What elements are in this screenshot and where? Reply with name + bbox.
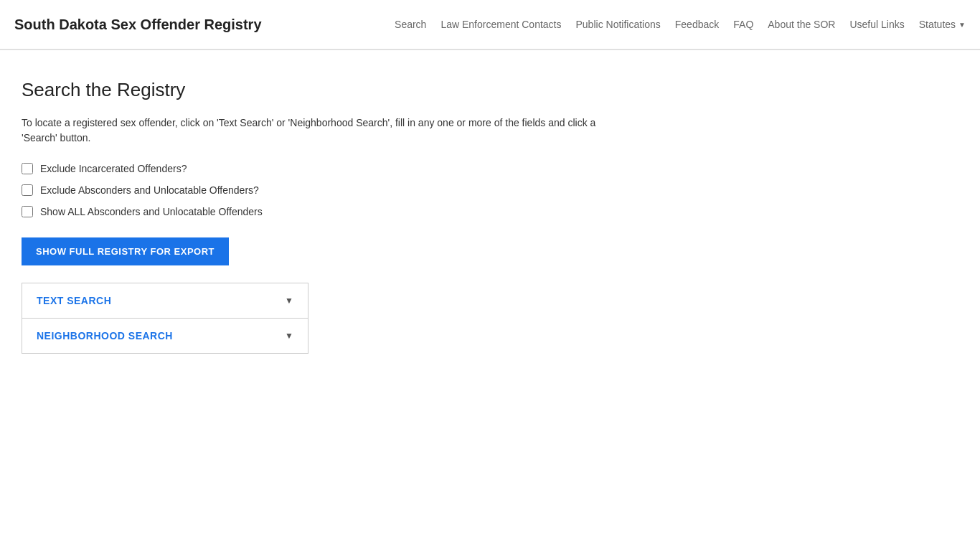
nav-law-enforcement[interactable]: Law Enforcement Contacts [440,19,561,30]
statutes-dropdown-icon: ▼ [958,21,966,29]
nav-useful-links[interactable]: Useful Links [849,19,904,30]
nav-public-notifications[interactable]: Public Notifications [576,19,661,30]
text-search-chevron-icon: ▼ [285,296,293,306]
neighborhood-search-accordion-header[interactable]: NEIGHBORHOOD SEARCH ▼ [22,319,308,353]
checkbox-exclude-incarcerated[interactable] [22,163,33,174]
nav-feedback[interactable]: Feedback [675,19,719,30]
page-title: Search the Registry [22,79,624,101]
nav-statutes-container[interactable]: Statutes ▼ [919,19,966,30]
text-search-accordion-item: TEXT SEARCH ▼ [22,283,308,319]
neighborhood-search-title: NEIGHBORHOOD SEARCH [37,330,173,342]
filter-checkboxes: Exclude Incarcerated Offenders? Exclude … [22,163,624,217]
checkbox-show-all-absconders-text: Show ALL Absconders and Unlocatable Offe… [40,206,263,217]
nav-search[interactable]: Search [395,19,426,30]
checkbox-exclude-absconders-text: Exclude Absconders and Unlocatable Offen… [40,184,259,196]
neighborhood-search-chevron-icon: ▼ [285,331,293,341]
checkbox-exclude-incarcerated-label[interactable]: Exclude Incarcerated Offenders? [22,163,624,174]
nav-statutes[interactable]: Statutes [919,19,956,30]
checkbox-exclude-absconders[interactable] [22,184,33,196]
neighborhood-search-accordion-item: NEIGHBORHOOD SEARCH ▼ [22,319,308,353]
export-button[interactable]: SHOW FULL REGISTRY FOR EXPORT [22,237,229,265]
nav-about-sor[interactable]: About the SOR [768,19,835,30]
text-search-accordion-header[interactable]: TEXT SEARCH ▼ [22,283,308,318]
text-search-title: TEXT SEARCH [37,295,111,306]
checkbox-show-all-absconders[interactable] [22,206,33,217]
checkbox-show-all-absconders-label[interactable]: Show ALL Absconders and Unlocatable Offe… [22,206,624,217]
site-header: South Dakota Sex Offender Registry Searc… [0,0,980,50]
main-nav: Search Law Enforcement Contacts Public N… [395,19,966,30]
search-accordion: TEXT SEARCH ▼ NEIGHBORHOOD SEARCH ▼ [22,283,308,354]
checkbox-exclude-absconders-label[interactable]: Exclude Absconders and Unlocatable Offen… [22,184,624,196]
site-title: South Dakota Sex Offender Registry [14,17,262,33]
checkbox-exclude-incarcerated-text: Exclude Incarcerated Offenders? [40,163,187,174]
page-description: To locate a registered sex offender, cli… [22,116,624,146]
main-content: Search the Registry To locate a register… [0,50,646,382]
nav-faq[interactable]: FAQ [733,19,753,30]
